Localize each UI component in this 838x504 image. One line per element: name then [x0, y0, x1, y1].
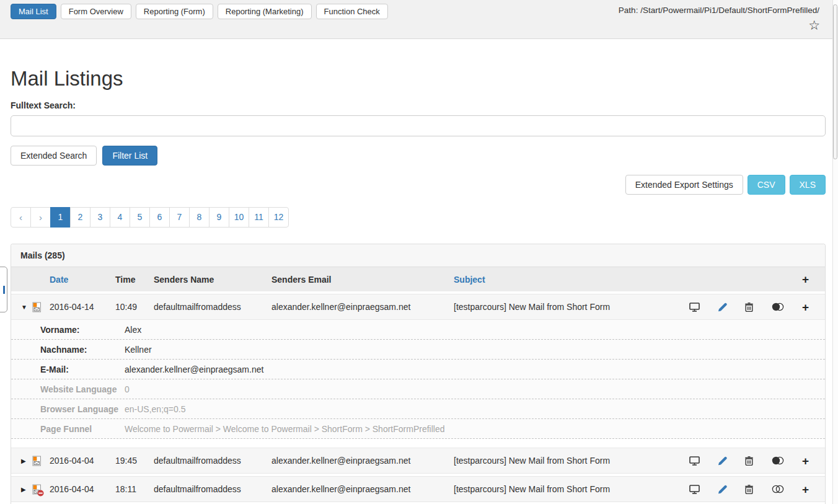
vertical-scrollbar[interactable] — [832, 0, 838, 504]
extended-export-settings-button[interactable]: Extended Export Settings — [625, 175, 743, 195]
search-actions: Extended Search Filter List — [11, 146, 826, 166]
pagination-page-5[interactable]: 5 — [130, 207, 150, 228]
tab-function-check[interactable]: Function Check — [316, 4, 388, 19]
detail-label: Website Language — [11, 384, 125, 394]
pagination-page-1[interactable]: 1 — [50, 207, 71, 228]
tab-reporting-form[interactable]: Reporting (Form) — [136, 4, 213, 19]
delete-trash-icon[interactable] — [745, 485, 753, 494]
mail-row[interactable]: ▶ 2016-04-04 19:45 defaultmailfromaddess… — [11, 448, 825, 474]
mail-time: 19:45 — [115, 456, 154, 466]
column-header-time: Time — [115, 275, 154, 285]
hidden-badge-icon — [37, 490, 44, 497]
preview-monitor-icon[interactable] — [689, 485, 700, 494]
tab-form-overview[interactable]: Form Overview — [61, 4, 131, 19]
pagination-page-11[interactable]: 11 — [249, 207, 269, 228]
caret-right-icon[interactable]: ▶ — [11, 486, 32, 493]
pagination-page-10[interactable]: 10 — [229, 207, 249, 228]
hide-toggle-on-icon[interactable] — [772, 303, 784, 311]
mail-date: 2016-04-14 — [50, 302, 115, 312]
detail-row-nachname: Nachname: Kellner — [11, 340, 825, 360]
mail-sender-name: defaultmailfromaddess — [154, 456, 271, 466]
pagination-next[interactable]: › — [30, 207, 51, 228]
add-column-icon[interactable]: + — [802, 273, 809, 285]
mail-subject: [testparcours] New Mail from Short Form — [454, 484, 679, 494]
mail-sender-email: alexander.kellner@einpraegsam.net — [271, 456, 454, 466]
mail-sender-email: alexander.kellner@einpraegsam.net — [271, 302, 454, 312]
main-content: Mail Listings Fulltext Search: Extended … — [0, 67, 838, 504]
pagination-page-3[interactable]: 3 — [90, 207, 110, 228]
detail-label: Page Funnel — [11, 424, 125, 434]
hide-toggle-on-icon[interactable] — [772, 456, 784, 465]
table-header-row: Date Time Senders Name Senders Email Sub… — [11, 267, 825, 291]
tab-reporting-marketing[interactable]: Reporting (Marketing) — [218, 4, 312, 19]
pagination-prev[interactable]: ‹ — [11, 207, 31, 228]
detail-row-website-language: Website Language 0 — [11, 379, 825, 399]
edit-pencil-icon[interactable] — [718, 456, 727, 466]
module-tabs: Mail List Form Overview Reporting (Form)… — [11, 4, 388, 19]
pagination-page-9[interactable]: 9 — [209, 207, 229, 228]
caret-down-icon[interactable]: ▼ — [11, 304, 32, 311]
csv-export-button[interactable]: CSV — [748, 175, 785, 195]
delete-trash-icon[interactable] — [745, 303, 753, 312]
detail-value: alexander.kellner@einpraegsam.net — [125, 365, 263, 374]
fulltext-search-label: Fulltext Search: — [11, 100, 826, 110]
pagination: ‹ › 1 2 3 4 5 6 7 8 9 10 11 12 — [11, 207, 289, 228]
detail-row-page-funnel: Page Funnel Welcome to Powermail > Welco… — [11, 419, 825, 439]
mails-panel: Mails (285) Date Time Senders Name Sende… — [11, 244, 826, 504]
pagination-page-7[interactable]: 7 — [169, 207, 190, 228]
column-header-senders-email: Senders Email — [271, 275, 454, 285]
pagination-page-2[interactable]: 2 — [70, 207, 90, 228]
mail-row[interactable]: ▶ 2016-04-04 18:11 defaultma — [11, 476, 825, 502]
left-edge-panel-handle[interactable] — [0, 267, 7, 312]
column-header-subject[interactable]: Subject — [454, 275, 679, 285]
mail-record-hidden-icon — [32, 484, 42, 495]
detail-value: Welcome to Powermail > Welcome to Powerm… — [125, 424, 445, 434]
detail-row-email: E-Mail: alexander.kellner@einpraegsam.ne… — [11, 360, 825, 379]
add-icon[interactable]: + — [802, 301, 809, 313]
mail-time: 10:49 — [115, 302, 154, 312]
mail-date: 2016-04-04 — [50, 456, 115, 466]
detail-value: en-US,en;q=0.5 — [125, 404, 185, 414]
extended-search-button[interactable]: Extended Search — [11, 146, 97, 166]
caret-right-icon[interactable]: ▶ — [11, 458, 32, 464]
pagination-page-6[interactable]: 6 — [149, 207, 170, 228]
mail-date: 2016-04-04 — [50, 484, 115, 494]
column-header-senders-name: Senders Name — [154, 275, 271, 285]
top-bar: Mail List Form Overview Reporting (Form)… — [0, 0, 838, 39]
mail-details: Vorname: Alex Nachname: Kellner E-Mail: … — [11, 320, 825, 439]
mail-record-icon — [32, 456, 42, 466]
pagination-page-12[interactable]: 12 — [268, 207, 289, 228]
mail-sender-email: alexander.kellner@einpraegsam.net — [271, 484, 454, 494]
xls-export-button[interactable]: XLS — [790, 175, 826, 195]
mail-sender-name: defaultmailfromaddess — [154, 302, 271, 312]
detail-label: E-Mail: — [11, 365, 125, 374]
add-icon[interactable]: + — [802, 455, 809, 467]
edit-pencil-icon[interactable] — [718, 485, 727, 494]
preview-monitor-icon[interactable] — [689, 303, 700, 312]
detail-value: Kellner — [125, 345, 152, 355]
filter-list-button[interactable]: Filter List — [102, 146, 157, 166]
detail-label: Browser Language — [11, 404, 125, 414]
edit-pencil-icon[interactable] — [718, 303, 727, 312]
detail-row-browser-language: Browser Language en-US,en;q=0.5 — [11, 399, 825, 419]
hide-toggle-off-icon[interactable] — [772, 485, 784, 493]
detail-label: Nachname: — [11, 345, 125, 355]
mail-time: 18:11 — [115, 484, 154, 494]
mail-record-icon — [32, 302, 42, 312]
export-actions: Extended Export Settings CSV XLS — [11, 175, 826, 195]
bookmark-star-icon[interactable]: ☆ — [808, 19, 820, 32]
delete-trash-icon[interactable] — [745, 456, 753, 466]
add-icon[interactable]: + — [802, 484, 809, 495]
mail-row[interactable]: ▼ 2016-04-14 10:49 defaultmailfromaddess… — [11, 294, 825, 320]
detail-value: Alex — [125, 325, 141, 335]
column-header-date[interactable]: Date — [50, 275, 115, 285]
pagination-page-8[interactable]: 8 — [189, 207, 210, 228]
fulltext-search-input[interactable] — [11, 115, 826, 136]
scrollbar-thumb[interactable] — [833, 4, 837, 159]
mail-subject: [testparcours] New Mail from Short Form — [454, 302, 679, 312]
mails-panel-title: Mails (285) — [11, 244, 825, 267]
detail-row-vorname: Vorname: Alex — [11, 320, 825, 340]
pagination-page-4[interactable]: 4 — [110, 207, 130, 228]
preview-monitor-icon[interactable] — [689, 456, 700, 466]
tab-mail-list[interactable]: Mail List — [11, 4, 56, 19]
